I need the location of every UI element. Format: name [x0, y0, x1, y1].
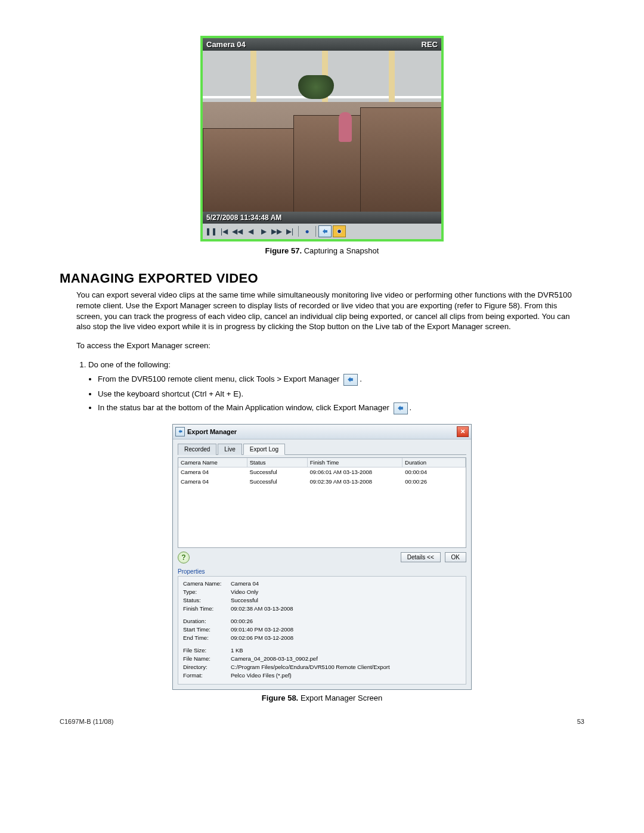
col-finish[interactable]: Finish Time	[308, 458, 402, 467]
dialog-titlebar: Export Manager ✕	[173, 425, 471, 439]
table-row[interactable]: Camera 04 Successful 09:06:01 AM 03-13-2…	[178, 467, 466, 477]
col-duration[interactable]: Duration	[402, 458, 466, 467]
export-manager-icon	[394, 402, 408, 414]
section-heading: MANAGING EXPORTED VIDEO	[60, 271, 584, 286]
export-manager-icon	[343, 374, 358, 386]
page-footer: C1697M-B (11/08) 53	[60, 718, 584, 725]
close-button[interactable]: ✕	[457, 426, 469, 437]
skip-start-icon[interactable]: |◀	[218, 226, 230, 237]
rec-indicator: REC	[422, 40, 438, 49]
properties-heading: Properties	[178, 568, 466, 575]
figure58-caption: Figure 58. Export Manager Screen	[60, 693, 584, 702]
video-frame	[203, 51, 441, 212]
video-controls: ❚❚ |◀ ◀◀ ◀ ▶ ▶▶ ▶| ●	[203, 224, 441, 239]
details-button[interactable]: Details <<	[401, 552, 441, 562]
grid-header: Camera Name Status Finish Time Duration	[178, 458, 466, 467]
export-grid: Camera Name Status Finish Time Duration …	[178, 457, 466, 548]
step-fwd-icon[interactable]: ▶	[258, 226, 270, 237]
col-status[interactable]: Status	[247, 458, 308, 467]
tab-live[interactable]: Live	[218, 444, 242, 455]
bullet-shortcut: Use the keyboard shortcut (Ctrl + Alt + …	[98, 389, 584, 400]
export-manager-icon	[175, 427, 185, 436]
footer-page-number: 53	[577, 718, 584, 725]
bullet-menu: From the DVR5100 remote client menu, cli…	[98, 374, 584, 386]
ok-button[interactable]: OK	[445, 552, 466, 562]
rewind-icon[interactable]: ◀◀	[231, 226, 243, 237]
tab-export-log[interactable]: Export Log	[243, 444, 285, 455]
figure57-caption: Figure 57. Capturing a Snapshot	[60, 246, 584, 255]
paragraph-intro: You can export several video clips at th…	[76, 290, 584, 332]
skip-end-icon[interactable]: ▶|	[284, 226, 296, 237]
tabs: Recorded Live Export Log	[178, 443, 466, 455]
help-icon[interactable]: ?	[178, 552, 190, 563]
ffwd-icon[interactable]: ▶▶	[271, 226, 283, 237]
video-header: Camera 04 REC	[203, 38, 441, 51]
video-timestamp: 5/27/2008 11:34:48 AM	[203, 212, 441, 224]
col-camera[interactable]: Camera Name	[178, 458, 247, 467]
tab-recorded[interactable]: Recorded	[178, 444, 216, 455]
export-manager-dialog: Export Manager ✕ Recorded Live Export Lo…	[172, 424, 472, 690]
snapshot-icon[interactable]	[333, 225, 346, 237]
table-row[interactable]: Camera 04 Successful 09:02:39 AM 03-13-2…	[178, 477, 466, 487]
step-back-icon[interactable]: ◀	[244, 226, 256, 237]
pause-icon[interactable]: ❚❚	[205, 226, 217, 237]
properties-panel: Camera Name:Camera 04 Type:Video Only St…	[178, 576, 466, 685]
paragraph-access: To access the Export Manager screen:	[76, 340, 584, 351]
step-1: Do one of the following:	[88, 360, 584, 370]
camera-label: Camera 04	[206, 40, 246, 49]
dialog-title: Export Manager	[187, 428, 457, 435]
video-player: Camera 04 REC 5/27/2008 11:34:48 AM ❚❚ |…	[200, 36, 444, 241]
export-icon[interactable]	[318, 225, 332, 237]
record-icon[interactable]: ●	[301, 226, 313, 237]
bullet-statusbar: In the status bar at the bottom of the M…	[98, 402, 584, 414]
footer-doc-id: C1697M-B (11/08)	[60, 718, 114, 725]
